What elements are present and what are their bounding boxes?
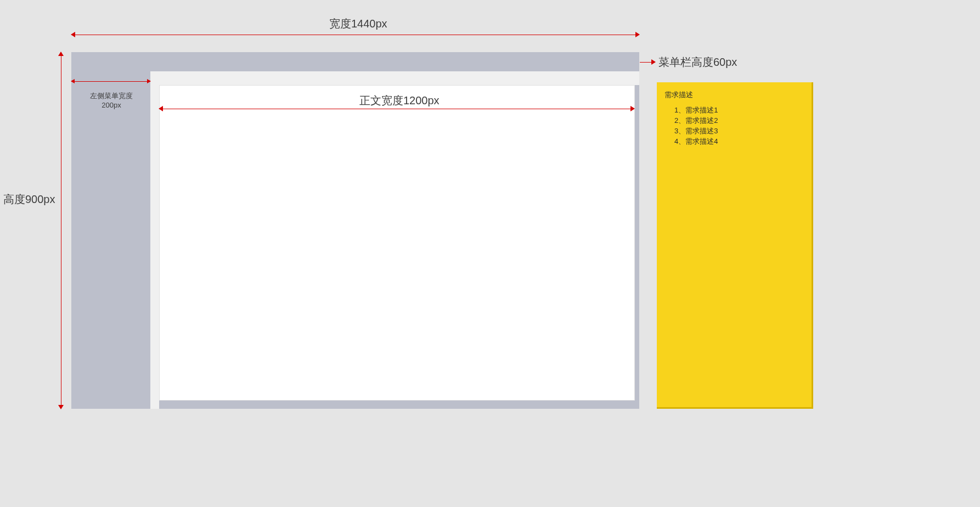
requirements-title: 需求描述 [664, 90, 804, 100]
dimension-line-total-width [71, 35, 639, 35]
dimension-label-menu-height: 菜单栏高度60px [658, 55, 737, 70]
dimension-label-content-width: 正文宽度1200px [359, 93, 440, 108]
requirement-item: 1、需求描述1 [674, 105, 804, 116]
top-menu-bar [71, 52, 639, 71]
dimension-label-total-height: 高度900px [3, 192, 55, 207]
requirements-panel: 需求描述 1、需求描述1 2、需求描述2 3、需求描述3 4、需求描述4 [657, 82, 813, 409]
app-frame [71, 52, 639, 409]
main-content-area [159, 85, 635, 401]
sidebar-gap [150, 71, 159, 409]
left-sidebar [71, 71, 150, 409]
dimension-line-sidebar-width [71, 81, 150, 82]
content-top-gap [150, 71, 639, 85]
dimension-line-total-height [61, 52, 61, 409]
dimension-label-sidebar-width-line2: 200px [102, 101, 121, 109]
requirement-item: 4、需求描述4 [674, 137, 804, 147]
dimension-label-sidebar-width: 左侧菜单宽度 200px [85, 92, 138, 110]
requirement-item: 3、需求描述3 [674, 126, 804, 137]
dimension-line-content-width [159, 109, 634, 109]
requirement-item: 2、需求描述2 [674, 116, 804, 126]
dimension-label-total-width: 宽度1440px [329, 16, 387, 31]
dimension-label-sidebar-width-line1: 左侧菜单宽度 [90, 92, 133, 100]
dimension-arrow-menu-height [640, 62, 655, 63]
